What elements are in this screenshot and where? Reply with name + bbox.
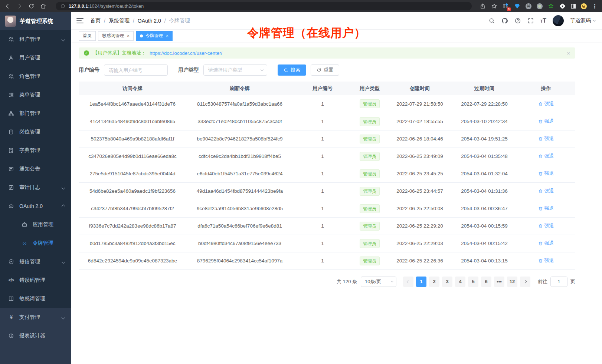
trash-icon bbox=[538, 136, 543, 141]
force-logout-button[interactable]: 强退 bbox=[538, 205, 554, 212]
force-logout-button[interactable]: 强退 bbox=[538, 188, 554, 194]
page-ellipsis[interactable]: ••• bbox=[494, 277, 504, 287]
search-icon[interactable] bbox=[488, 17, 495, 24]
sidebar-item-post[interactable]: 岗位管理 bbox=[0, 123, 71, 141]
notice-icon bbox=[8, 166, 14, 172]
split-tab-icon[interactable] bbox=[571, 4, 576, 9]
sidebar-item-report-designer[interactable]: 报表设计器 bbox=[0, 327, 71, 345]
sidebar-item-notice[interactable]: 通知公告 bbox=[0, 160, 71, 178]
force-logout-button[interactable]: 强退 bbox=[538, 153, 554, 159]
search-button[interactable]: 搜索 bbox=[278, 64, 306, 76]
user-id-cell: 1 bbox=[293, 95, 352, 113]
browser-menu-icon[interactable]: ⋮ bbox=[592, 3, 598, 10]
page-button-6[interactable]: 6 bbox=[481, 277, 491, 287]
site-info-icon[interactable] bbox=[60, 4, 65, 9]
force-logout-button[interactable]: 强退 bbox=[538, 135, 554, 142]
pinwheel-extension-icon[interactable] bbox=[559, 3, 566, 9]
refresh-token-cell: 9ce8ef2aa9f14056b831ae9b608e28d5 bbox=[186, 200, 293, 217]
tab-label: 令牌管理 bbox=[145, 33, 163, 39]
prev-page-button[interactable] bbox=[403, 277, 413, 287]
page-button-4[interactable]: 4 bbox=[455, 277, 465, 287]
sidebar-item-dept[interactable]: 部门管理 bbox=[0, 104, 71, 123]
goto-page-input[interactable] bbox=[550, 277, 567, 287]
force-logout-button[interactable]: 强退 bbox=[538, 118, 554, 125]
tab-oauth2-token[interactable]: 令牌管理× bbox=[136, 31, 173, 41]
sidebar-item-pay[interactable]: ¥支付管理 bbox=[0, 308, 71, 327]
user-type-placeholder: 请选择用户类型 bbox=[208, 67, 242, 73]
help-icon[interactable] bbox=[514, 17, 521, 24]
action-cell: 强退 bbox=[517, 217, 575, 235]
column-header: 用户类型 bbox=[352, 82, 387, 95]
open-book-icon bbox=[8, 296, 14, 302]
force-logout-button[interactable]: 强退 bbox=[538, 170, 554, 177]
bookmark-star-icon[interactable] bbox=[491, 3, 497, 9]
user-menu[interactable]: 芋道源码 bbox=[570, 17, 595, 24]
url-path: :1024/system/oauth2/token bbox=[88, 4, 144, 9]
created-cell: 2022-06-25 23:45:25 bbox=[387, 165, 452, 182]
reset-button[interactable]: 重置 bbox=[311, 64, 339, 76]
refresh-token-cell: 8796295f04064c2983414cc54af1097a bbox=[186, 252, 293, 269]
font-size-icon[interactable]: TT bbox=[540, 17, 546, 24]
sidebar-toggle-icon[interactable] bbox=[76, 18, 84, 23]
home-icon[interactable] bbox=[40, 3, 46, 9]
username-text: 芋道源码 bbox=[570, 17, 591, 24]
extension-grid-icon[interactable]: 9 bbox=[503, 3, 509, 9]
emoji-profile-icon[interactable] bbox=[581, 3, 587, 9]
gem-extension-icon[interactable] bbox=[514, 3, 520, 9]
tab-close-icon[interactable]: × bbox=[166, 33, 169, 39]
user-avatar[interactable] bbox=[553, 15, 564, 26]
page-button-1[interactable]: 1 bbox=[416, 277, 426, 287]
sidebar-item-dict[interactable]: 字典管理 bbox=[0, 141, 71, 160]
force-logout-button[interactable]: 强退 bbox=[538, 257, 554, 264]
user-type-tag: 管理员 bbox=[360, 135, 380, 143]
page-button-2[interactable]: 2 bbox=[429, 277, 439, 287]
forward-icon[interactable] bbox=[16, 3, 23, 9]
sidebar-item-sms[interactable]: 短信管理 bbox=[0, 252, 71, 271]
access-token-cell: 1ea5e44f8bc1467aaede43144f31de76 bbox=[79, 95, 186, 113]
tab-home[interactable]: 首页 bbox=[79, 31, 96, 41]
breadcrumb-item[interactable]: OAuth 2.0 bbox=[138, 18, 161, 24]
fullscreen-icon[interactable] bbox=[527, 17, 534, 24]
sidebar-item-role[interactable]: 角色管理 bbox=[0, 67, 71, 86]
sidebar-item-audit-log[interactable]: 审计日志 bbox=[0, 178, 71, 197]
sidebar-item-label: 租户管理 bbox=[19, 36, 57, 43]
tab-sensitive-word[interactable]: 敏感词管理× bbox=[98, 31, 134, 41]
force-logout-button[interactable]: 强退 bbox=[538, 100, 554, 107]
page-button-3[interactable]: 3 bbox=[442, 277, 452, 287]
page-button-5[interactable]: 5 bbox=[468, 277, 478, 287]
alert-close-icon[interactable]: × bbox=[567, 50, 570, 56]
address-bar[interactable]: 127.0.0.1:1024/system/oauth2/token bbox=[56, 2, 472, 10]
sidebar-item-oauth2-app[interactable]: 应用管理 bbox=[0, 215, 71, 234]
green-star-extension-icon[interactable] bbox=[548, 3, 554, 9]
page-content: ✓ 【用户体系】文档地址： https://doc.iocoder.cn/use… bbox=[71, 42, 602, 287]
filter-form: 用户编号 用户类型 请选择用户类型 搜索 重置 bbox=[79, 64, 575, 76]
sidebar-item-menu[interactable]: 菜单管理 bbox=[0, 86, 71, 104]
pagination: 共 120 条 10条/页 123456•••12 前往 页 bbox=[79, 277, 575, 287]
force-logout-button[interactable]: 强退 bbox=[538, 240, 554, 246]
github-icon[interactable] bbox=[501, 17, 508, 24]
alert-doc-link[interactable]: https://doc.iocoder.cn/user-center/ bbox=[150, 50, 222, 56]
sidebar-item-sensitive-word[interactable]: 敏感词管理 bbox=[0, 289, 71, 308]
share-icon[interactable] bbox=[480, 3, 486, 9]
recorder-extension-icon[interactable] bbox=[537, 3, 543, 9]
back-icon[interactable] bbox=[4, 3, 11, 9]
user-id-input[interactable] bbox=[104, 64, 168, 76]
page-size-select[interactable]: 10条/页 bbox=[361, 277, 396, 287]
tab-close-icon[interactable]: × bbox=[127, 33, 130, 39]
page-button-12[interactable]: 12 bbox=[507, 277, 517, 287]
user-type-select[interactable]: 请选择用户类型 bbox=[203, 64, 267, 76]
app-logo[interactable]: 芋道管理系统 bbox=[0, 12, 71, 30]
sidebar-item-tenant[interactable]: 租户管理 bbox=[0, 30, 71, 49]
trash-icon bbox=[538, 102, 543, 106]
sidebar-item-error-code[interactable]: </>错误码管理 bbox=[0, 271, 71, 289]
sidebar-item-oauth2-token[interactable]: 令牌管理 bbox=[0, 234, 71, 252]
created-cell: 2022-06-25 22:29:20 bbox=[387, 217, 452, 235]
next-page-button[interactable] bbox=[520, 277, 530, 287]
sidebar-item-oauth2[interactable]: OAuth 2.0 bbox=[0, 197, 71, 215]
refresh-icon[interactable] bbox=[28, 3, 35, 9]
command-extension-icon[interactable]: ⌘ bbox=[526, 3, 531, 9]
force-logout-button[interactable]: 强退 bbox=[538, 222, 554, 229]
sidebar-item-user[interactable]: 用户管理 bbox=[0, 49, 71, 67]
breadcrumb-item[interactable]: 首页 bbox=[90, 17, 101, 24]
breadcrumb-item[interactable]: 系统管理 bbox=[109, 17, 130, 24]
